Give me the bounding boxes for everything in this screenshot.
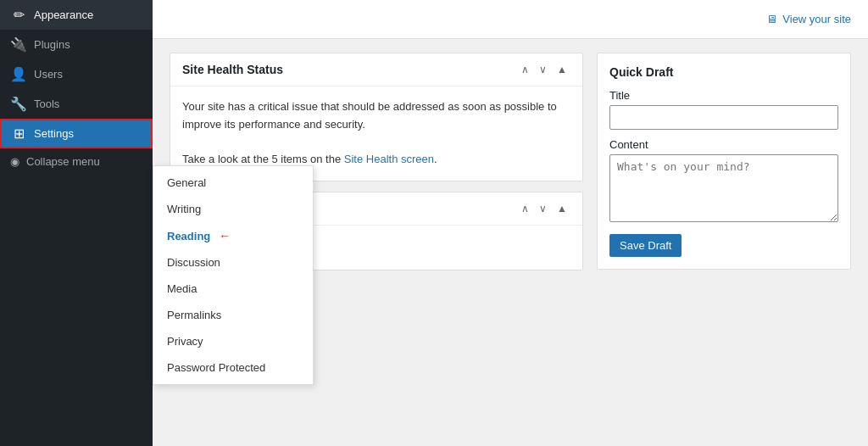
sidebar-item-label: Tools [34,98,142,110]
submenu-writing-label: Writing [167,203,201,215]
submenu-item-writing[interactable]: Writing [153,196,313,222]
sidebar-item-appearance[interactable]: ✏ Appearance [0,0,153,30]
pages-widget-down-button[interactable]: ∨ [536,201,550,216]
title-input[interactable] [609,105,838,130]
sidebar-item-label: Plugins [34,38,142,51]
view-site-label: View your site [782,13,851,25]
arrow-right-icon: ← [219,229,231,243]
collapse-menu-label: Collapse menu [26,155,100,168]
submenu-reading-label: Reading [167,230,210,243]
submenu-item-permalinks[interactable]: Permalinks [153,302,313,328]
submenu-media-label: Media [167,282,197,295]
submenu-privacy-label: Privacy [167,335,203,348]
site-health-title: Site Health Status [182,63,283,76]
submenu-item-general[interactable]: General [153,170,313,196]
collapse-menu-button[interactable]: ◉ Collapse menu [0,148,153,175]
pages-widget-toggle-button[interactable]: ▲ [554,201,570,216]
settings-submenu: General Writing Reading ← Discussion Med… [153,165,314,385]
monitor-icon: 🖥 [766,13,777,25]
widget-collapse-down-button[interactable]: ∨ [536,62,550,77]
topbar: 🖥 View your site [153,0,868,39]
pages-widget-up-button[interactable]: ∧ [518,201,532,216]
tools-icon: 🔧 [10,96,27,112]
appearance-icon: ✏ [10,7,27,23]
pages-widget-controls: ∧ ∨ ▲ [518,201,570,216]
submenu-general-label: General [167,176,206,189]
submenu-item-password-protected[interactable]: Password Protected [153,354,313,381]
sidebar-item-label: Appearance [34,8,142,21]
submenu-item-discussion[interactable]: Discussion [153,249,313,276]
sidebar: ✏ Appearance 🔌 Plugins 👤 Users 🔧 Tools ⊞… [0,0,153,446]
users-icon: 👤 [10,66,27,82]
submenu-discussion-label: Discussion [167,256,220,269]
sidebar-item-label: Users [34,68,142,81]
right-column: Quick Draft Title Content Save Draft [597,53,851,432]
sidebar-item-label: Settings [34,127,142,140]
collapse-icon: ◉ [10,155,19,168]
submenu-permalinks-label: Permalinks [167,309,221,321]
site-health-widget: Site Health Status ∧ ∨ ▲ Your site has a… [170,53,583,181]
submenu-item-privacy[interactable]: Privacy [153,328,313,354]
quick-draft-widget: Quick Draft Title Content Save Draft [597,53,851,270]
widget-controls: ∧ ∨ ▲ [518,62,570,77]
plugins-icon: 🔌 [10,36,27,53]
submenu-item-media[interactable]: Media [153,276,313,302]
sidebar-item-plugins[interactable]: 🔌 Plugins [0,30,153,59]
content-label: Content [609,138,838,151]
view-site-button[interactable]: 🖥 View your site [766,13,851,25]
widget-toggle-button[interactable]: ▲ [554,62,570,77]
site-health-header: Site Health Status ∧ ∨ ▲ [170,53,582,86]
save-draft-button[interactable]: Save Draft [609,234,682,257]
quick-draft-title: Quick Draft [609,65,838,79]
sidebar-item-settings[interactable]: ⊞ Settings [0,119,153,148]
site-health-link[interactable]: Site Health screen [344,153,434,165]
title-label: Title [609,89,838,102]
content-textarea[interactable] [609,154,838,222]
widget-collapse-up-button[interactable]: ∧ [518,62,532,77]
settings-icon: ⊞ [10,125,27,142]
submenu-password-protected-label: Password Protected [167,361,265,374]
sidebar-item-users[interactable]: 👤 Users [0,59,153,89]
submenu-item-reading[interactable]: Reading ← [153,222,313,249]
site-health-text-1: Your site has a critical issue that shou… [182,98,570,134]
sidebar-item-tools[interactable]: 🔧 Tools [0,89,153,119]
